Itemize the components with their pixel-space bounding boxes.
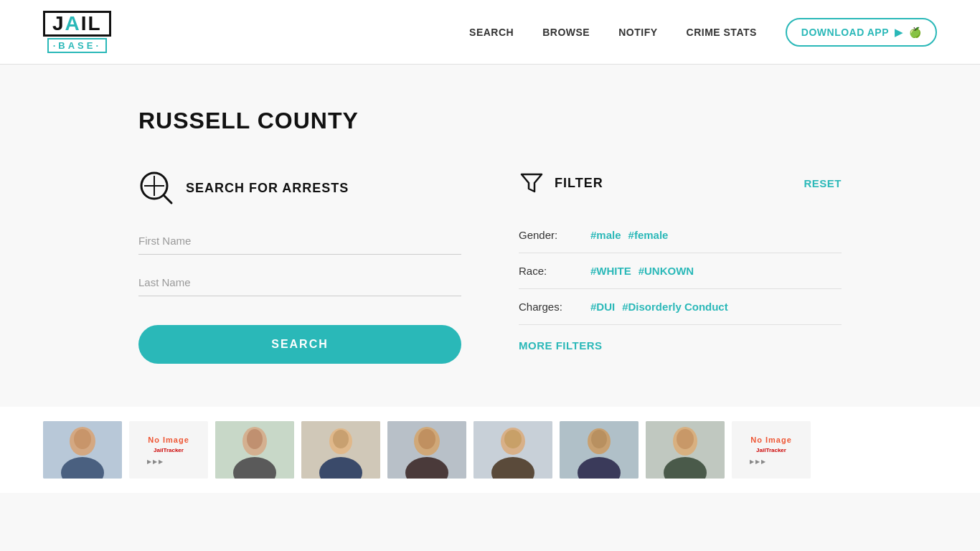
svg-point-29: [591, 430, 607, 448]
logo-base-text: ·BASE·: [47, 38, 107, 53]
nav-crime-stats[interactable]: CRIME STATS: [687, 27, 757, 38]
mugshot-face: [646, 421, 725, 479]
reset-filter-button[interactable]: RESET: [804, 177, 842, 189]
filter-tag-disorderly[interactable]: #Disorderly Conduct: [622, 301, 728, 313]
filter-icon: [519, 170, 545, 196]
svg-point-8: [74, 429, 91, 449]
jail-tracker-logo: JailTracker: [756, 447, 786, 453]
last-name-input[interactable]: [138, 269, 461, 296]
filter-gender-tags: #male #female: [590, 229, 668, 241]
mugshot-face: [387, 421, 466, 479]
search-arrests-icon: [138, 170, 174, 206]
filter-tag-female[interactable]: #female: [628, 229, 669, 241]
mugshot-no-image-card[interactable]: No Image JailTracker ▶ ▶ ▶: [129, 421, 208, 479]
site-header: JAIL ·BASE· SEARCH BROWSE NOTIFY CRIME S…: [0, 0, 980, 65]
no-image-label: No Image: [148, 435, 189, 444]
nav-notify[interactable]: NOTIFY: [618, 27, 657, 38]
filter-race-label: Race:: [519, 265, 576, 277]
apple-icon: 🍏: [909, 27, 922, 38]
mugshot-card[interactable]: [215, 421, 294, 479]
svg-point-33: [677, 429, 694, 449]
svg-point-17: [333, 430, 349, 448]
filter-charges-row: Charges: #DUI #Disorderly Conduct: [519, 289, 842, 325]
filter-gender-label: Gender:: [519, 229, 576, 241]
page-title: RUSSELL COUNTY: [138, 108, 842, 134]
download-app-button[interactable]: DOWNLOAD APP ▶ 🍏: [786, 18, 937, 47]
more-filters-button[interactable]: MORE FILTERS: [519, 339, 603, 352]
first-name-input[interactable]: [138, 227, 461, 255]
nav-browse[interactable]: BROWSE: [542, 27, 590, 38]
jail-tracker-logo: JailTracker: [154, 447, 184, 453]
search-section: SEARCH FOR ARRESTS SEARCH: [138, 170, 461, 364]
site-logo[interactable]: JAIL ·BASE·: [43, 11, 111, 54]
no-image-label: No Image: [750, 435, 792, 444]
filter-tag-unknown[interactable]: #UNKOWN: [639, 265, 694, 277]
search-section-header: SEARCH FOR ARRESTS: [138, 170, 461, 206]
jail-tracker-icon: ▶ ▶ ▶: [147, 456, 190, 465]
play-icon: ▶: [895, 27, 903, 38]
svg-line-3: [164, 195, 171, 203]
filter-tag-male[interactable]: #male: [590, 229, 621, 241]
svg-point-21: [418, 429, 435, 449]
main-nav: SEARCH BROWSE NOTIFY CRIME STATS DOWNLOA…: [469, 18, 937, 47]
mugshot-face: [560, 421, 639, 479]
jail-tracker-icon: ▶ ▶ ▶: [750, 456, 793, 465]
last-name-group: [138, 269, 461, 296]
nav-search[interactable]: SEARCH: [469, 27, 514, 38]
filter-charges-label: Charges:: [519, 301, 576, 313]
mugshot-card[interactable]: [646, 421, 725, 479]
mugshot-card[interactable]: [387, 421, 466, 479]
mugshot-card[interactable]: [301, 421, 380, 479]
mugshot-no-image-card[interactable]: No Image JailTracker ▶ ▶ ▶: [732, 421, 811, 479]
logo-jail-text: JAIL: [43, 11, 111, 37]
filter-header-left: FILTER: [519, 170, 603, 196]
mugshot-face: [215, 421, 294, 479]
download-app-label: DOWNLOAD APP: [801, 27, 889, 38]
mugshots-strip: No Image JailTracker ▶ ▶ ▶: [0, 407, 980, 493]
mugshot-face: [43, 421, 122, 479]
filter-tag-dui[interactable]: #DUI: [590, 301, 615, 313]
svg-point-13: [247, 429, 263, 449]
svg-text:▶ ▶ ▶: ▶ ▶ ▶: [147, 458, 164, 465]
filter-race-row: Race: #WHITE #UNKOWN: [519, 253, 842, 289]
content-row: SEARCH FOR ARRESTS SEARCH FILTER RESET: [138, 170, 842, 364]
filter-tag-white[interactable]: #WHITE: [590, 265, 631, 277]
mugshot-card[interactable]: [473, 421, 552, 479]
main-content: RUSSELL COUNTY SEARCH FOR ARRESTS SEARCH: [95, 65, 885, 392]
first-name-group: [138, 227, 461, 255]
filter-charges-tags: #DUI #Disorderly Conduct: [590, 301, 728, 313]
mugshot-face: [473, 421, 552, 479]
mugshot-card[interactable]: [560, 421, 639, 479]
filter-section-title: FILTER: [555, 176, 603, 191]
filter-section: FILTER RESET Gender: #male #female Race:…: [519, 170, 842, 352]
filter-gender-row: Gender: #male #female: [519, 217, 842, 253]
svg-text:▶ ▶ ▶: ▶ ▶ ▶: [750, 458, 766, 465]
search-section-title: SEARCH FOR ARRESTS: [186, 181, 349, 196]
filter-race-tags: #WHITE #UNKOWN: [590, 265, 694, 277]
filter-header: FILTER RESET: [519, 170, 842, 196]
logo-container[interactable]: JAIL ·BASE·: [43, 11, 111, 54]
svg-marker-4: [522, 174, 542, 192]
svg-point-25: [504, 430, 522, 448]
search-button[interactable]: SEARCH: [138, 325, 461, 364]
mugshot-face: [301, 421, 380, 479]
mugshot-card[interactable]: [43, 421, 122, 479]
